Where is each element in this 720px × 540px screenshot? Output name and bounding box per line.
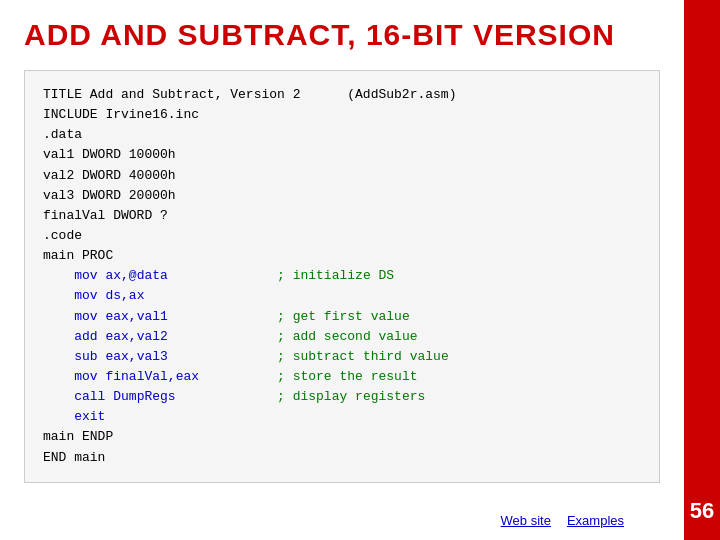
code-line: .code	[43, 226, 641, 246]
code-line: val3 DWORD 20000h	[43, 186, 641, 206]
slide-number: 56	[690, 498, 714, 524]
code-line: call DumpRegs ; display registers	[43, 387, 641, 407]
code-keyword: add eax,val2	[74, 329, 168, 344]
code-keyword: exit	[74, 409, 105, 424]
code-line: exit	[43, 407, 641, 427]
code-line: mov ax,@data ; initialize DS	[43, 266, 641, 286]
page-title: ADD AND SUBTRACT, 16-BIT VERSION	[24, 18, 660, 52]
code-keyword: mov eax,val1	[74, 309, 168, 324]
code-line: INCLUDE Irvine16.inc	[43, 105, 641, 125]
code-line: mov ds,ax	[43, 286, 641, 306]
red-sidebar: 56	[684, 0, 720, 540]
code-line: END main	[43, 448, 641, 468]
code-comment: ; store the result	[277, 369, 417, 384]
examples-link[interactable]: Examples	[567, 513, 624, 528]
code-keyword: mov ds,ax	[74, 288, 144, 303]
main-content: ADD AND SUBTRACT, 16-BIT VERSION TITLE A…	[0, 0, 684, 540]
code-comment: ; add second value	[277, 329, 417, 344]
footer-links: Web site Examples	[501, 513, 624, 528]
code-comment: ; display registers	[277, 389, 425, 404]
code-keyword: mov ax,@data	[74, 268, 168, 283]
code-line: val2 DWORD 40000h	[43, 166, 641, 186]
code-line: main ENDP	[43, 427, 641, 447]
code-comment: ; subtract third value	[277, 349, 449, 364]
code-line: TITLE Add and Subtract, Version 2 (AddSu…	[43, 85, 641, 105]
code-comment: ; initialize DS	[277, 268, 394, 283]
web-site-link[interactable]: Web site	[501, 513, 551, 528]
code-comment: ; get first value	[277, 309, 410, 324]
code-keyword: call DumpRegs	[74, 389, 175, 404]
code-line: mov eax,val1 ; get first value	[43, 307, 641, 327]
code-keyword: mov finalVal,eax	[74, 369, 199, 384]
code-line: add eax,val2 ; add second value	[43, 327, 641, 347]
code-keyword: sub eax,val3	[74, 349, 168, 364]
code-line: sub eax,val3 ; subtract third value	[43, 347, 641, 367]
code-line: .data	[43, 125, 641, 145]
code-line: val1 DWORD 10000h	[43, 145, 641, 165]
code-line: mov finalVal,eax ; store the result	[43, 367, 641, 387]
code-block: TITLE Add and Subtract, Version 2 (AddSu…	[24, 70, 660, 483]
code-line: finalVal DWORD ?	[43, 206, 641, 226]
code-line: main PROC	[43, 246, 641, 266]
